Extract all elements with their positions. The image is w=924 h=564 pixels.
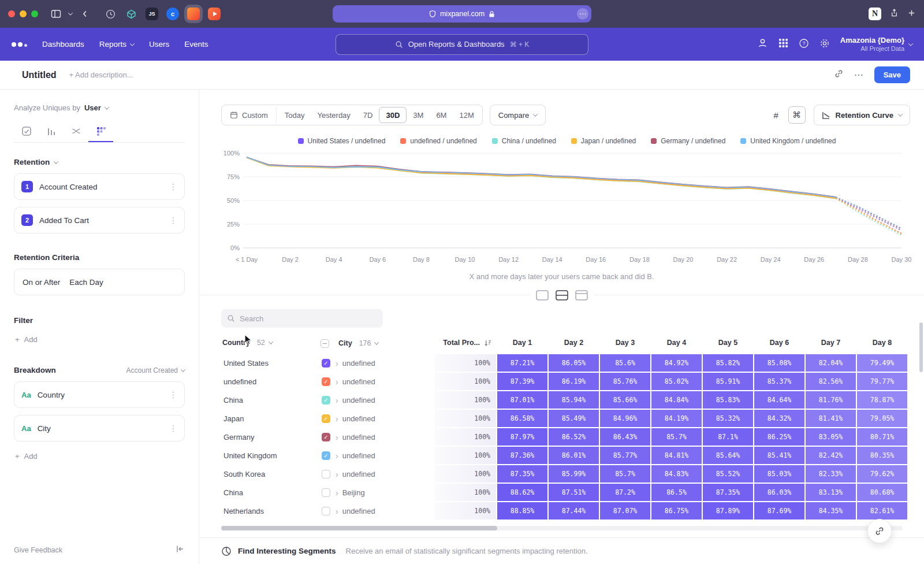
- legend-item[interactable]: China / undefined: [492, 137, 556, 145]
- retention-cell[interactable]: 79.05%: [857, 410, 907, 427]
- retention-cell[interactable]: 86.58%: [497, 410, 547, 427]
- retention-cell[interactable]: 84.96%: [600, 410, 650, 427]
- retention-cell[interactable]: 86.25%: [754, 428, 804, 446]
- col-day-2[interactable]: Day 2: [549, 332, 599, 353]
- expand-row-icon[interactable]: ›: [336, 396, 338, 405]
- retention-cell[interactable]: 79.77%: [857, 373, 907, 390]
- sort-icon[interactable]: [484, 339, 491, 347]
- legend-item[interactable]: undefined / undefined: [400, 137, 476, 145]
- retention-cell[interactable]: 81.76%: [806, 391, 856, 409]
- breakdown-country[interactable]: Aa Country ⋮: [14, 381, 185, 408]
- nav-dashboards[interactable]: Dashboards: [42, 40, 84, 49]
- retention-cell[interactable]: 87.21%: [497, 354, 547, 372]
- retention-cell[interactable]: 84.19%: [651, 410, 702, 427]
- add-filter-button[interactable]: + Add: [14, 335, 185, 344]
- compare-button[interactable]: Compare: [490, 105, 546, 125]
- url-bar[interactable]: mixpanel.com ⋯: [333, 5, 591, 23]
- scrollbar-thumb[interactable]: [221, 526, 497, 530]
- kebab-menu-icon[interactable]: ⋮: [169, 390, 177, 399]
- retention-cell[interactable]: 85.08%: [754, 354, 804, 372]
- settings-gear-icon[interactable]: [819, 38, 830, 51]
- copy-link-icon[interactable]: [834, 69, 844, 81]
- mixpanel-logo[interactable]: [12, 42, 27, 47]
- retention-cell[interactable]: 84.64%: [754, 391, 804, 409]
- retention-cell[interactable]: 86.5%: [651, 484, 702, 501]
- retention-cell[interactable]: 79.62%: [857, 465, 907, 483]
- breakdown-scope-dropdown[interactable]: Account Created: [126, 366, 185, 374]
- horizontal-scrollbar[interactable]: [221, 526, 903, 530]
- page-title[interactable]: Untitled: [22, 70, 57, 80]
- row-checkbox[interactable]: ✓: [322, 414, 330, 423]
- nav-users[interactable]: Users: [149, 40, 169, 49]
- retention-cell[interactable]: 85.7%: [651, 428, 702, 446]
- retention-cell[interactable]: 82.56%: [806, 373, 856, 390]
- retention-cell[interactable]: 85.99%: [549, 465, 599, 483]
- retention-cell[interactable]: 86.19%: [549, 373, 599, 390]
- tab-retention[interactable]: [88, 121, 113, 142]
- legend-item[interactable]: United Kingdom / undefined: [740, 137, 836, 145]
- daterange-30d[interactable]: 30D: [379, 107, 407, 123]
- window-close-button[interactable]: [8, 10, 15, 17]
- select-all-checkbox[interactable]: [321, 339, 329, 348]
- more-options-icon[interactable]: ⋯: [854, 69, 864, 80]
- retention-cell[interactable]: 86.03%: [754, 484, 804, 501]
- retention-cell[interactable]: 84.83%: [651, 465, 702, 483]
- daterange-12m[interactable]: 12M: [453, 107, 480, 123]
- retention-cell[interactable]: 85.02%: [651, 373, 702, 390]
- row-checkbox[interactable]: ✓: [322, 396, 330, 405]
- retention-cell[interactable]: 86.52%: [549, 428, 599, 446]
- retention-step-1[interactable]: 1 Account Created ⋮: [14, 173, 185, 200]
- nav-reports[interactable]: Reports: [99, 40, 134, 49]
- retention-cell[interactable]: 87.35%: [703, 484, 753, 501]
- col-day-5[interactable]: Day 5: [703, 332, 753, 353]
- retention-cell[interactable]: 85.66%: [600, 391, 650, 409]
- add-breakdown-button[interactable]: + Add: [14, 452, 185, 461]
- retention-cell[interactable]: 87.07%: [600, 502, 650, 520]
- table-search[interactable]: [221, 309, 383, 328]
- kebab-menu-icon[interactable]: ⋮: [169, 424, 177, 433]
- breakdown-city[interactable]: Aa City ⋮: [14, 415, 185, 441]
- row-checkbox[interactable]: ✓: [322, 377, 330, 386]
- retention-cell[interactable]: 85.91%: [703, 373, 753, 390]
- retention-cell[interactable]: 79.49%: [857, 354, 907, 372]
- analyze-entity-dropdown[interactable]: User: [84, 103, 101, 112]
- col-day-6[interactable]: Day 6: [754, 332, 804, 353]
- add-description-field[interactable]: + Add description...: [69, 70, 133, 79]
- keyboard-shortcuts-icon[interactable]: ⌘: [788, 106, 806, 124]
- split-view-icon[interactable]: [556, 290, 568, 300]
- daterange-yesterday[interactable]: Yesterday: [311, 107, 357, 123]
- col-day-4[interactable]: Day 4: [651, 332, 702, 353]
- search-input[interactable]: [240, 314, 377, 323]
- tab-insights[interactable]: [14, 121, 39, 142]
- criteria-value-dropdown[interactable]: Each Day: [69, 278, 103, 287]
- tab-funnels[interactable]: [39, 121, 64, 142]
- url-more-icon[interactable]: ⋯: [577, 8, 588, 20]
- retention-cell[interactable]: 85.41%: [754, 447, 804, 464]
- expand-row-icon[interactable]: ›: [336, 470, 338, 479]
- tab-favicon-cube-icon[interactable]: [125, 8, 137, 20]
- chart-only-view-icon[interactable]: [536, 290, 549, 300]
- retention-cell[interactable]: 85.37%: [754, 373, 804, 390]
- tab-favicon-c-icon[interactable]: c: [166, 8, 179, 20]
- help-icon[interactable]: ?: [799, 38, 809, 51]
- retention-cell[interactable]: 85.76%: [600, 373, 650, 390]
- daterange-7d[interactable]: 7D: [357, 107, 379, 123]
- retention-chart[interactable]: 0%25%50%75%100%< 1 DayDay 2Day 4Day 6Day…: [213, 146, 916, 272]
- retention-cell[interactable]: 85.03%: [754, 465, 804, 483]
- col-city[interactable]: City176: [321, 332, 434, 353]
- project-switcher[interactable]: Amazonia {Demo} All Project Data: [840, 36, 912, 53]
- share-icon[interactable]: [889, 8, 899, 20]
- retention-cell[interactable]: 85.32%: [703, 410, 753, 427]
- legend-item[interactable]: United States / undefined: [298, 137, 386, 145]
- expand-row-icon[interactable]: ›: [336, 377, 338, 387]
- retention-cell[interactable]: 85.49%: [549, 410, 599, 427]
- col-day-3[interactable]: Day 3: [600, 332, 650, 353]
- retention-cell[interactable]: 84.35%: [806, 502, 856, 520]
- retention-cell[interactable]: 86.01%: [549, 447, 599, 464]
- retention-cell[interactable]: 87.36%: [497, 447, 547, 464]
- retention-cell[interactable]: 85.77%: [600, 447, 650, 464]
- kebab-menu-icon[interactable]: ⋮: [169, 182, 177, 191]
- col-day-7[interactable]: Day 7: [806, 332, 856, 353]
- expand-row-icon[interactable]: ›: [336, 488, 338, 498]
- retention-cell[interactable]: 87.35%: [497, 465, 547, 483]
